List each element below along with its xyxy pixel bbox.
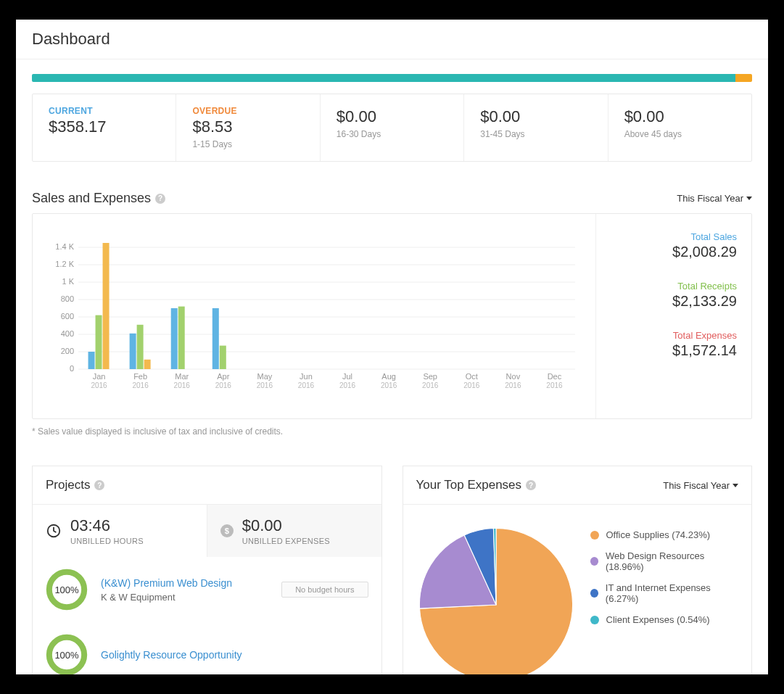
dollar-icon: $: [220, 524, 234, 537]
app-frame: Dashboard CURRENT $358.17 OVERDUE $8.53 …: [16, 20, 768, 674]
page-title: Dashboard: [32, 30, 752, 49]
top-expenses-period-dropdown[interactable]: This Fiscal Year: [663, 480, 738, 491]
sales-expenses-header: Sales and Expenses ? This Fiscal Year: [32, 191, 752, 206]
top-expenses-title-text: Your Top Expenses: [416, 478, 522, 492]
sales-expenses-title: Sales and Expenses ?: [32, 191, 165, 206]
svg-text:2016: 2016: [422, 381, 439, 389]
lower-row: Projects ? 03:46 UNBILLED HOURS $: [32, 466, 752, 674]
stat-total-receipts: Total Receipts $2,133.29: [611, 281, 737, 310]
svg-text:200: 200: [61, 347, 74, 355]
help-icon[interactable]: ?: [155, 194, 165, 204]
swatch: [590, 589, 598, 598]
aging-overdue-amount: $8.53: [192, 117, 303, 136]
legend-item[interactable]: Client Expenses (0.54%): [590, 614, 739, 625]
aging-bucket-2-amount: $0.00: [480, 107, 591, 126]
svg-text:2016: 2016: [215, 381, 232, 389]
svg-rect-17: [96, 315, 102, 369]
project-sub: K & W Equipment: [101, 592, 268, 603]
svg-text:Dec: Dec: [548, 372, 562, 381]
project-row[interactable]: 100% (K&W) Premium Web Design K & W Equi…: [33, 557, 381, 622]
stat-expenses-label: Total Expenses: [611, 330, 737, 341]
bar-chart-svg: 02004006008001 K1.2 K1.4 KJan2016Feb2016…: [41, 231, 587, 398]
aging-current[interactable]: CURRENT $358.17: [33, 94, 176, 161]
pct-ring: 100%: [46, 569, 88, 611]
svg-text:Sep: Sep: [423, 372, 437, 381]
help-icon[interactable]: ?: [94, 480, 104, 490]
svg-rect-26: [171, 308, 178, 369]
no-budget-pill: No budget hours: [281, 582, 368, 598]
legend-item[interactable]: Web Design Resources (18.96%): [590, 550, 739, 572]
top-expenses-panel: Your Top Expenses ? This Fiscal Year Off…: [403, 466, 753, 674]
legend-item[interactable]: Office Supplies (74.23%): [590, 529, 739, 540]
svg-text:Jul: Jul: [342, 372, 352, 381]
svg-text:May: May: [257, 372, 272, 381]
top-expenses-title: Your Top Expenses ?: [416, 478, 537, 492]
svg-rect-27: [178, 307, 185, 369]
pct-value: 100%: [46, 569, 88, 611]
help-icon[interactable]: ?: [526, 480, 536, 490]
unbilled-hours[interactable]: 03:46 UNBILLED HOURS: [33, 505, 207, 557]
svg-text:800: 800: [61, 294, 74, 303]
chevron-down-icon: [746, 197, 752, 200]
project-name[interactable]: Golightly Resource Opportunity: [101, 648, 368, 662]
svg-text:2016: 2016: [174, 381, 191, 389]
legend-label: IT and Internet Expenses (6.27%): [606, 582, 738, 604]
unbilled-expenses[interactable]: $ $0.00 UNBILLED EXPENSES: [207, 505, 381, 557]
svg-rect-22: [137, 325, 144, 369]
swatch: [590, 531, 599, 540]
aging-current-amount: $358.17: [49, 117, 160, 136]
svg-text:Nov: Nov: [506, 372, 521, 381]
clock-icon: [46, 523, 62, 539]
sales-expenses-chart: 02004006008001 K1.2 K1.4 KJan2016Feb2016…: [33, 214, 595, 418]
sales-expenses-period-dropdown[interactable]: This Fiscal Year: [677, 193, 752, 204]
chevron-down-icon: [733, 484, 738, 487]
svg-text:Aug: Aug: [381, 372, 396, 381]
project-name[interactable]: (K&W) Premium Web Design: [101, 577, 268, 590]
aging-summary: CURRENT $358.17 OVERDUE $8.53 1-15 Days …: [32, 94, 752, 162]
stat-total-sales: Total Sales $2,008.29: [611, 231, 737, 260]
legend-item[interactable]: IT and Internet Expenses (6.27%): [590, 582, 739, 604]
aging-overdue-sub: 1-15 Days: [192, 139, 303, 149]
progress-current-segment: [32, 74, 735, 82]
unbilled-expenses-value: $0.00: [242, 516, 330, 535]
svg-text:1.4 K: 1.4 K: [55, 242, 74, 251]
pie-chart-svg: [416, 525, 576, 674]
svg-rect-21: [130, 334, 136, 369]
aging-bucket-1[interactable]: $0.00 16-30 Days: [320, 94, 463, 161]
projects-col: Projects ? 03:46 UNBILLED HOURS $: [32, 466, 382, 674]
svg-text:Jan: Jan: [93, 372, 106, 381]
dropdown-label: This Fiscal Year: [677, 193, 743, 204]
svg-text:Oct: Oct: [466, 372, 478, 381]
pct-ring: 100%: [46, 634, 88, 674]
svg-text:2016: 2016: [463, 381, 480, 389]
pct-value: 100%: [46, 634, 88, 674]
svg-rect-30: [212, 308, 219, 369]
legend-label: Office Supplies (74.23%): [606, 529, 711, 540]
stat-receipts-label: Total Receipts: [611, 281, 737, 292]
aging-bucket-2[interactable]: $0.00 31-45 Days: [463, 94, 607, 161]
projects-panel: Projects ? 03:46 UNBILLED HOURS $: [32, 466, 382, 674]
svg-text:2016: 2016: [91, 381, 107, 389]
swatch: [590, 616, 599, 624]
legend-label: Client Expenses (0.54%): [606, 614, 710, 625]
sales-expenses-footnote: * Sales value displayed is inclusive of …: [32, 426, 752, 437]
top-expenses-body: Office Supplies (74.23%) Web Design Reso…: [403, 505, 752, 674]
page-header: Dashboard: [16, 20, 768, 59]
svg-text:Mar: Mar: [175, 372, 189, 381]
aging-bucket-1-amount: $0.00: [337, 107, 447, 126]
svg-text:1 K: 1 K: [62, 277, 74, 286]
aging-overdue[interactable]: OVERDUE $8.53 1-15 Days: [176, 94, 319, 161]
stat-receipts-value: $2,133.29: [611, 293, 737, 310]
project-row[interactable]: 100% Golightly Resource Opportunity: [33, 622, 381, 674]
page-content: CURRENT $358.17 OVERDUE $8.53 1-15 Days …: [16, 74, 768, 674]
stat-expenses-value: $1,572.14: [611, 342, 737, 359]
svg-text:Apr: Apr: [217, 372, 229, 381]
svg-text:2016: 2016: [546, 381, 563, 389]
aging-bucket-3-sub: Above 45 days: [624, 129, 735, 139]
aging-overdue-label: OVERDUE: [192, 106, 303, 116]
receivables-progress: [32, 74, 752, 82]
svg-rect-31: [220, 346, 226, 369]
aging-bucket-3[interactable]: $0.00 Above 45 days: [608, 94, 751, 161]
projects-header: Projects ?: [33, 466, 381, 505]
svg-text:0: 0: [70, 364, 74, 373]
